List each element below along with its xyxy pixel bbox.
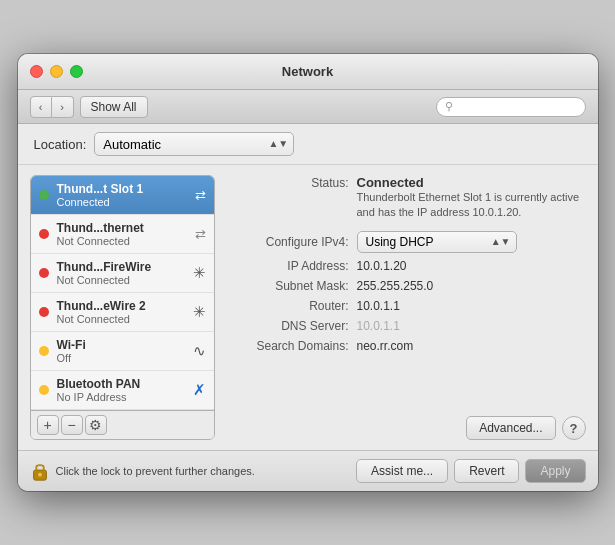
main-panel: Thund...t Slot 1 Connected ⇄ Thund...the… [18,165,598,450]
status-dot [39,268,49,278]
domains-row: Search Domains: neo.rr.com [227,339,586,353]
status-dot [39,229,49,239]
firewire-icon: ✳ [193,264,206,282]
svg-point-1 [38,473,42,477]
dns-label: DNS Server: [227,319,357,333]
configure-ipv4-select[interactable]: Using DHCP [357,231,517,253]
status-value: Connected [357,175,586,190]
ip-label: IP Address: [227,259,357,273]
search-box: ⚲ [436,97,586,117]
bottom-buttons: Assist me... Revert Apply [356,459,585,483]
minimize-button[interactable] [50,65,63,78]
traffic-lights [30,65,83,78]
bottom-bar: Click the lock to prevent further change… [18,450,598,491]
nav-buttons: ‹ › [30,96,74,118]
close-button[interactable] [30,65,43,78]
subnet-label: Subnet Mask: [227,279,357,293]
lock-area: Click the lock to prevent further change… [30,460,349,482]
list-item[interactable]: Thund...FireWire Not Connected ✳ [31,254,214,293]
subnet-row: Subnet Mask: 255.255.255.0 [227,279,586,293]
status-dot [39,190,49,200]
titlebar: Network [18,54,598,90]
dns-row: DNS Server: 10.0.1.1 [227,319,586,333]
apply-button[interactable]: Apply [525,459,585,483]
list-item[interactable]: Wi-Fi Off ∿ [31,332,214,371]
status-dot [39,385,49,395]
detail-rows: Status: Connected Thunderbolt Ethernet S… [227,175,586,408]
domains-value: neo.rr.com [357,339,414,353]
lock-text: Click the lock to prevent further change… [56,465,255,477]
ip-value: 10.0.1.20 [357,259,407,273]
assist-button[interactable]: Assist me... [356,459,448,483]
forward-button[interactable]: › [52,96,74,118]
firewire-icon: ✳ [193,303,206,321]
dns-value: 10.0.1.1 [357,319,400,333]
network-status: Not Connected [57,235,187,247]
network-window: Network ‹ › Show All ⚲ Location: Automat… [18,54,598,491]
network-name: Thund...t Slot 1 [57,182,187,196]
network-status: Not Connected [57,274,185,286]
search-icon: ⚲ [445,100,453,113]
arrows-icon: ⇄ [195,227,206,242]
router-label: Router: [227,299,357,313]
network-options-button[interactable]: ⚙ [85,415,107,435]
detail-panel: Status: Connected Thunderbolt Ethernet S… [227,175,586,440]
revert-button[interactable]: Revert [454,459,519,483]
arrows-icon: ⇄ [195,188,206,203]
bluetooth-icon: ✗ [193,381,206,399]
status-label: Status: [227,176,357,190]
subnet-value: 255.255.255.0 [357,279,434,293]
advanced-row: Advanced... ? [227,416,586,440]
remove-network-button[interactable]: − [61,415,83,435]
search-input[interactable] [457,100,577,114]
location-label: Location: [34,137,87,152]
router-value: 10.0.1.1 [357,299,400,313]
lock-icon[interactable] [30,460,50,482]
list-item[interactable]: Thund...t Slot 1 Connected ⇄ [31,176,214,215]
network-name: Thund...eWire 2 [57,299,185,313]
status-row: Status: Connected Thunderbolt Ethernet S… [227,175,586,221]
network-status: Connected [57,196,187,208]
domains-label: Search Domains: [227,339,357,353]
wifi-icon: ∿ [193,342,206,360]
network-status: Off [57,352,185,364]
network-list: Thund...t Slot 1 Connected ⇄ Thund...the… [31,176,214,410]
status-dot [39,346,49,356]
help-button[interactable]: ? [562,416,586,440]
status-dot [39,307,49,317]
configure-label: Configure IPv4: [227,235,357,249]
list-item[interactable]: Bluetooth PAN No IP Address ✗ [31,371,214,410]
window-title: Network [282,64,333,79]
network-status: Not Connected [57,313,185,325]
ip-address-row: IP Address: 10.0.1.20 [227,259,586,273]
toolbar: ‹ › Show All ⚲ [18,90,598,124]
show-all-button[interactable]: Show All [80,96,148,118]
advanced-button[interactable]: Advanced... [466,416,555,440]
location-select[interactable]: Automatic [94,132,294,156]
router-row: Router: 10.0.1.1 [227,299,586,313]
back-button[interactable]: ‹ [30,96,52,118]
list-item[interactable]: Thund...thernet Not Connected ⇄ [31,215,214,254]
location-bar: Location: Automatic ▲▼ [18,124,598,165]
configure-row: Configure IPv4: Using DHCP ▲▼ [227,231,586,253]
list-item[interactable]: Thund...eWire 2 Not Connected ✳ [31,293,214,332]
maximize-button[interactable] [70,65,83,78]
network-name: Thund...thernet [57,221,187,235]
network-name: Wi-Fi [57,338,185,352]
location-select-wrapper: Automatic ▲▼ [94,132,294,156]
network-status: No IP Address [57,391,185,403]
status-description: Thunderbolt Ethernet Slot 1 is currently… [357,190,586,221]
network-name: Thund...FireWire [57,260,185,274]
network-sidebar: Thund...t Slot 1 Connected ⇄ Thund...the… [30,175,215,440]
network-name: Bluetooth PAN [57,377,185,391]
add-network-button[interactable]: + [37,415,59,435]
sidebar-toolbar: + − ⚙ [31,410,214,439]
